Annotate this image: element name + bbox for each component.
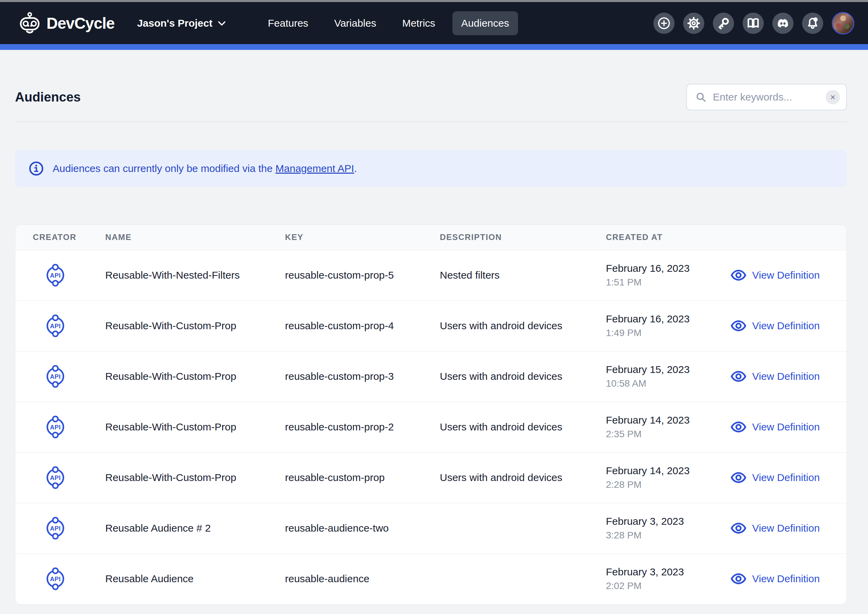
eye-icon	[731, 270, 746, 281]
column-header-name: NAME	[105, 225, 285, 250]
audience-name: Reusable-With-Custom-Prop	[105, 452, 285, 503]
audience-name: Reusable-With-Nested-Filters	[105, 250, 285, 300]
eye-icon	[731, 573, 746, 584]
svg-text:API: API	[50, 373, 61, 380]
search-input[interactable]	[713, 91, 826, 103]
view-definition-label: View Definition	[752, 573, 820, 584]
title-divider	[15, 121, 847, 122]
created-date: February 16, 2023	[606, 263, 716, 274]
svg-text:API: API	[50, 424, 61, 431]
created-at-cell: February 3, 2023 2:02 PM	[606, 553, 716, 604]
audience-table-body: API Reusable-With-Nested-Filters reusabl…	[16, 250, 847, 604]
devcycle-logo[interactable]: DevCycle	[19, 12, 115, 34]
search-clear-button[interactable]: ×	[826, 90, 840, 104]
audience-key: reusable-custom-prop-2	[285, 402, 440, 452]
audience-description: Users with android devices	[440, 300, 606, 351]
audience-name: Reusable-With-Custom-Prop	[105, 402, 285, 452]
tab-metrics[interactable]: Metrics	[393, 11, 444, 35]
table-row: API Reusable Audience # 2 reusable-audie…	[16, 503, 847, 553]
api-key-icon	[717, 16, 730, 30]
actions-cell: View Definition	[716, 553, 847, 604]
table-header-row: CREATOR NAME KEY DESCRIPTION CREATED AT	[16, 225, 847, 250]
view-definition-button[interactable]: View Definition	[716, 522, 847, 534]
audience-key: reusable-custom-prop	[285, 452, 440, 503]
view-definition-label: View Definition	[752, 421, 820, 433]
audience-key: reusable-custom-prop-5	[285, 250, 440, 300]
api-creator-icon: API	[44, 365, 67, 388]
tab-audiences[interactable]: Audiences	[453, 11, 518, 35]
view-definition-button[interactable]: View Definition	[716, 320, 847, 332]
audience-description: Nested filters	[440, 250, 606, 300]
creator-cell: API	[16, 503, 105, 553]
tab-variables[interactable]: Variables	[326, 11, 385, 35]
api-creator-icon: API	[44, 567, 67, 590]
main-content: Audiences × Audiences can currently only…	[0, 84, 868, 605]
view-definition-button[interactable]: View Definition	[716, 421, 847, 433]
audience-key: reusable-custom-prop-4	[285, 300, 440, 351]
actions-cell: View Definition	[716, 503, 847, 553]
api-keys-button[interactable]	[713, 12, 734, 34]
project-selector[interactable]: Jason's Project	[137, 17, 226, 29]
view-definition-button[interactable]: View Definition	[716, 472, 847, 483]
view-definition-label: View Definition	[752, 522, 820, 534]
view-definition-button[interactable]: View Definition	[716, 573, 847, 584]
eye-icon	[731, 472, 746, 483]
actions-cell: View Definition	[716, 250, 847, 300]
audience-description: Users with android devices	[440, 351, 606, 402]
audience-key: reusable-audience-two	[285, 503, 440, 553]
creator-cell: API	[16, 402, 105, 452]
management-api-link[interactable]: Management API	[276, 163, 354, 174]
created-at-cell: February 15, 2023 10:58 AM	[606, 351, 716, 402]
tab-features[interactable]: Features	[259, 11, 317, 35]
audience-key: reusable-custom-prop-3	[285, 351, 440, 402]
search-icon	[695, 91, 707, 103]
column-header-actions	[716, 225, 847, 250]
audience-key: reusable-audience	[285, 553, 440, 604]
project-selector-label: Jason's Project	[137, 17, 212, 29]
created-at-cell: February 14, 2023 2:28 PM	[606, 452, 716, 503]
created-date: February 14, 2023	[606, 414, 716, 426]
created-date: February 3, 2023	[606, 516, 716, 527]
created-time: 1:51 PM	[606, 277, 716, 288]
audience-description	[440, 553, 606, 604]
api-creator-icon: API	[44, 314, 67, 337]
created-at-cell: February 16, 2023 1:49 PM	[606, 300, 716, 351]
docs-button[interactable]	[742, 12, 764, 34]
audience-description: Users with android devices	[440, 402, 606, 452]
eye-icon	[731, 523, 746, 534]
notifications-button[interactable]	[802, 12, 823, 34]
user-avatar[interactable]	[832, 12, 854, 34]
view-definition-label: View Definition	[752, 371, 820, 382]
created-time: 10:58 AM	[606, 378, 716, 389]
api-creator-icon: API	[44, 416, 67, 438]
column-header-description: DESCRIPTION	[440, 225, 606, 250]
settings-gear-icon	[687, 16, 701, 30]
actions-cell: View Definition	[716, 452, 847, 503]
view-definition-label: View Definition	[752, 269, 820, 281]
add-button[interactable]	[653, 12, 674, 34]
audiences-table: CREATOR NAME KEY DESCRIPTION CREATED AT …	[15, 225, 847, 605]
svg-text:API: API	[50, 576, 61, 583]
discord-button[interactable]	[772, 12, 794, 34]
view-definition-button[interactable]: View Definition	[716, 371, 847, 382]
api-creator-icon: API	[44, 517, 67, 539]
svg-text:API: API	[50, 272, 61, 279]
view-definition-button[interactable]: View Definition	[716, 269, 847, 281]
created-at-cell: February 16, 2023 1:51 PM	[606, 250, 716, 300]
svg-text:API: API	[50, 474, 61, 481]
api-creator-icon: API	[44, 466, 67, 489]
add-icon	[657, 16, 671, 30]
column-header-created-at: CREATED AT	[606, 225, 716, 250]
created-time: 1:49 PM	[606, 328, 716, 339]
clear-icon: ×	[830, 92, 835, 103]
created-date: February 16, 2023	[606, 313, 716, 325]
eye-icon	[731, 320, 746, 331]
creator-cell: API	[16, 452, 105, 503]
eye-icon	[731, 421, 746, 432]
accent-bar	[0, 44, 868, 50]
docs-book-icon	[746, 16, 760, 30]
settings-button[interactable]	[683, 12, 704, 34]
created-date: February 14, 2023	[606, 465, 716, 477]
chevron-down-icon	[217, 20, 226, 26]
svg-text:API: API	[50, 323, 61, 330]
